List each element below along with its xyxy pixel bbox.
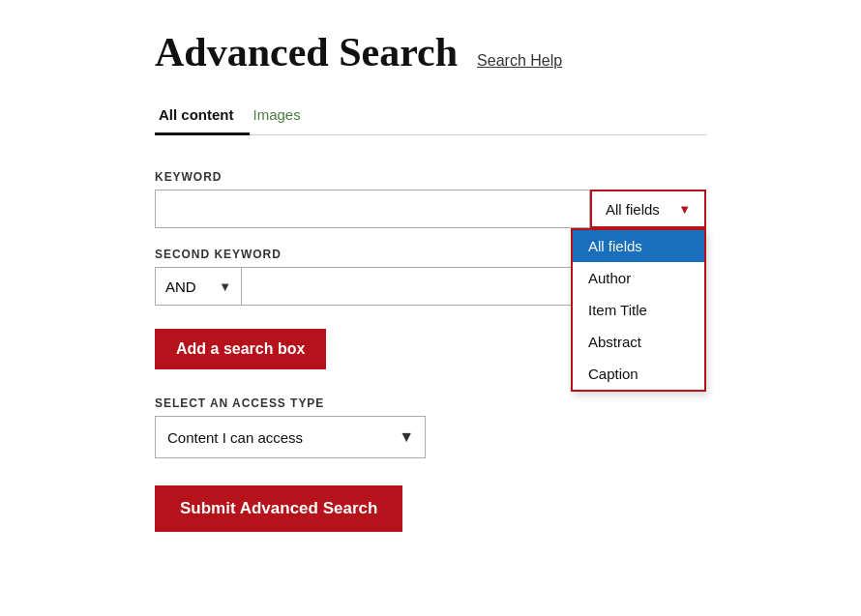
keyword-fields-dropdown-menu: All fields Author Item Title Abstract Ca…	[571, 228, 706, 392]
add-search-box-button[interactable]: Add a search box	[155, 329, 326, 369]
dropdown-option-item-title[interactable]: Item Title	[573, 294, 704, 326]
form-section: KEYWORD All fields ▼ All fields Author I…	[155, 170, 706, 532]
page-title: Advanced Search	[155, 29, 458, 75]
keyword-row: All fields ▼ All fields Author Item Titl…	[155, 190, 706, 228]
dropdown-option-caption[interactable]: Caption	[573, 358, 704, 390]
access-type-section: SELECT AN ACCESS TYPE Content I can acce…	[155, 396, 706, 458]
tab-all-content[interactable]: All content	[155, 99, 250, 135]
keyword-fields-chevron-icon: ▼	[678, 202, 691, 217]
dropdown-option-author[interactable]: Author	[573, 262, 704, 294]
keyword-label: KEYWORD	[155, 170, 706, 184]
keyword-fields-selected-label: All fields	[606, 201, 660, 218]
keyword-fields-dropdown-btn[interactable]: All fields ▼	[590, 190, 706, 228]
submit-advanced-search-button[interactable]: Submit Advanced Search	[155, 485, 402, 532]
tab-images[interactable]: Images	[250, 99, 316, 135]
access-type-select[interactable]: Content I can access All content Open ac…	[155, 416, 426, 458]
dropdown-option-abstract[interactable]: Abstract	[573, 326, 704, 358]
tabs-row: All content Images	[155, 99, 706, 135]
keyword-input[interactable]	[155, 190, 590, 228]
operator-chevron-icon: ▼	[219, 279, 231, 294]
keyword-fields-dropdown-wrapper: All fields ▼ All fields Author Item Titl…	[590, 190, 706, 228]
page-container: Advanced Search Search Help All content …	[0, 0, 861, 571]
operator-dropdown-btn[interactable]: AND ▼	[155, 267, 242, 306]
keyword-section: KEYWORD All fields ▼ All fields Author I…	[155, 170, 706, 228]
dropdown-option-all-fields[interactable]: All fields	[573, 230, 704, 262]
operator-selected-label: AND	[165, 279, 196, 295]
search-help-link[interactable]: Search Help	[477, 52, 562, 70]
page-header: Advanced Search Search Help	[155, 29, 706, 75]
second-keyword-input[interactable]	[242, 267, 600, 306]
access-type-label: SELECT AN ACCESS TYPE	[155, 396, 706, 410]
access-type-select-wrapper: Content I can access All content Open ac…	[155, 416, 426, 458]
